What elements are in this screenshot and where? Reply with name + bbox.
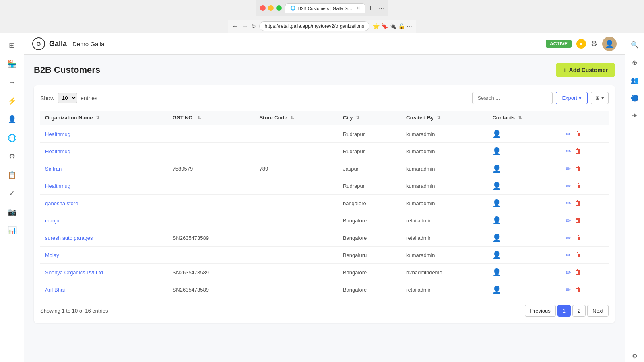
- contact-icon[interactable]: 👤: [492, 286, 501, 294]
- cell-created-by: kumaradmin: [401, 247, 487, 264]
- col-org-name[interactable]: Organization Name ⇅: [40, 111, 168, 125]
- maximize-btn[interactable]: [276, 5, 282, 11]
- edit-icon[interactable]: ✏: [566, 286, 571, 294]
- delete-icon[interactable]: 🗑: [575, 269, 581, 276]
- delete-icon[interactable]: 🗑: [575, 130, 581, 138]
- col-contacts[interactable]: Contacts ⇅: [487, 111, 561, 125]
- org-name-link[interactable]: Sintran: [45, 166, 62, 172]
- reload-btn[interactable]: ↻: [251, 23, 256, 29]
- contact-icon[interactable]: 👤: [492, 182, 501, 190]
- col-created-by[interactable]: Created By ⇅: [401, 111, 487, 125]
- col-city[interactable]: City ⇅: [338, 111, 401, 125]
- edit-icon[interactable]: ✏: [566, 251, 571, 259]
- org-name-link[interactable]: Healthmug: [45, 148, 70, 154]
- contact-icon[interactable]: 👤: [492, 165, 501, 173]
- sidebar-icon-user[interactable]: 👤: [4, 111, 20, 128]
- org-name-link[interactable]: suresh auto garages: [45, 235, 93, 241]
- delete-icon[interactable]: 🗑: [575, 234, 581, 241]
- edit-icon[interactable]: ✏: [566, 165, 571, 173]
- table-row: Soonya Organics Pvt Ltd SN2635473589 Ban…: [40, 264, 609, 281]
- logo-area: G Galla Demo Galla: [32, 37, 104, 50]
- right-settings-icon[interactable]: ⚙: [627, 349, 642, 362]
- back-btn[interactable]: ←: [232, 23, 238, 30]
- topbar-right: ACTIVE ● ⚙ 👤: [546, 37, 617, 51]
- address-bar[interactable]: https://retail.galla.app/mystorev2/organ…: [259, 21, 369, 31]
- edit-icon[interactable]: ✏: [566, 234, 571, 242]
- org-name-link[interactable]: Healthmug: [45, 131, 70, 137]
- delete-icon[interactable]: 🗑: [575, 165, 581, 172]
- right-users-icon[interactable]: 👥: [627, 73, 642, 87]
- sidebar-icon-tasks[interactable]: ✓: [4, 185, 20, 202]
- col-gst[interactable]: GST NO. ⇅: [168, 111, 255, 125]
- sidebar-icon-dashboard[interactable]: ⊞: [4, 37, 20, 53]
- cell-store-code: [254, 247, 338, 264]
- contact-icon[interactable]: 👤: [492, 216, 501, 224]
- edit-icon[interactable]: ✏: [566, 217, 571, 224]
- cell-contacts: 👤: [487, 229, 561, 247]
- previous-button[interactable]: Previous: [525, 305, 556, 317]
- delete-icon[interactable]: 🗑: [575, 200, 581, 207]
- minimize-btn[interactable]: [268, 5, 274, 11]
- next-button[interactable]: Next: [587, 305, 609, 317]
- edit-icon[interactable]: ✏: [566, 130, 571, 138]
- col-store-code[interactable]: Store Code ⇅: [254, 111, 338, 125]
- tab-close-icon[interactable]: ✕: [357, 6, 360, 11]
- page-1-button[interactable]: 1: [557, 305, 571, 317]
- add-customer-button[interactable]: + Add Customer: [556, 63, 615, 77]
- show-label: Show: [40, 95, 54, 101]
- extensions-area: ⭐ 🔖 🔌 🔒 ⋯: [373, 23, 412, 29]
- right-search-icon[interactable]: 🔍: [627, 37, 642, 52]
- table-row: manju Bangalore retailadmin 👤 ✏ 🗑: [40, 212, 609, 229]
- page-2-button[interactable]: 2: [572, 305, 586, 317]
- avatar[interactable]: 👤: [602, 37, 617, 51]
- edit-icon[interactable]: ✏: [566, 269, 571, 276]
- table-body: Healthmug Rudrapur kumaradmin 👤 ✏ 🗑 Heal…: [40, 125, 609, 298]
- contact-icon[interactable]: 👤: [492, 130, 501, 138]
- delete-icon[interactable]: 🗑: [575, 148, 581, 155]
- sidebar-icon-globe[interactable]: 🌐: [4, 130, 20, 146]
- org-name-link[interactable]: manju: [45, 218, 59, 224]
- delete-icon[interactable]: 🗑: [575, 286, 581, 293]
- contact-icon[interactable]: 👤: [492, 147, 501, 155]
- cell-actions: ✏ 🗑: [561, 247, 609, 264]
- org-name-link[interactable]: Arif Bhai: [45, 287, 65, 293]
- org-name-link[interactable]: Molay: [45, 252, 59, 258]
- delete-icon[interactable]: 🗑: [575, 251, 581, 259]
- entries-select[interactable]: 10 25 50: [58, 93, 77, 103]
- cell-city: Rudrapur: [338, 125, 401, 143]
- right-circle-icon[interactable]: 🔵: [627, 90, 642, 105]
- sidebar-icon-camera[interactable]: 📷: [4, 204, 20, 220]
- edit-icon[interactable]: ✏: [566, 200, 571, 207]
- delete-icon[interactable]: 🗑: [575, 182, 581, 189]
- sidebar-icon-arrow[interactable]: →: [4, 74, 20, 90]
- sidebar-icon-lightning[interactable]: ⚡: [4, 93, 20, 109]
- new-tab-button[interactable]: +: [365, 2, 376, 14]
- edit-icon[interactable]: ✏: [566, 182, 571, 190]
- close-btn[interactable]: [260, 5, 266, 11]
- org-name-link[interactable]: Healthmug: [45, 183, 70, 189]
- sidebar-icon-store[interactable]: 🏪: [4, 56, 20, 72]
- right-add-icon[interactable]: ⊕: [627, 55, 642, 70]
- cell-created-by: kumaradmin: [401, 143, 487, 160]
- contact-icon[interactable]: 👤: [492, 268, 501, 276]
- export-button[interactable]: Export ▾: [556, 92, 588, 104]
- contact-icon[interactable]: 👤: [492, 199, 501, 207]
- settings-icon[interactable]: ⚙: [591, 39, 597, 48]
- view-toggle-button[interactable]: ⊞ ▾: [591, 92, 609, 104]
- browser-tab[interactable]: 🌐 B2B Customers | Galla GST - Inv... ✕: [285, 3, 365, 13]
- brand-name: Galla: [49, 40, 67, 48]
- sidebar-icon-reports[interactable]: 📋: [4, 167, 20, 183]
- sidebar-icon-settings[interactable]: ⚙: [4, 148, 20, 165]
- sort-icon: ⇅: [96, 115, 99, 120]
- forward-btn[interactable]: →: [242, 23, 248, 30]
- sidebar-icon-analytics[interactable]: 📊: [4, 222, 20, 239]
- edit-icon[interactable]: ✏: [566, 148, 571, 155]
- delete-icon[interactable]: 🗑: [575, 217, 581, 224]
- browser-menu-btn[interactable]: ⋯: [379, 5, 384, 11]
- contact-icon[interactable]: 👤: [492, 234, 501, 242]
- contact-icon[interactable]: 👤: [492, 251, 501, 259]
- right-plane-icon[interactable]: ✈: [627, 108, 642, 123]
- org-name-link[interactable]: Soonya Organics Pvt Ltd: [45, 269, 103, 276]
- search-input[interactable]: [472, 92, 553, 104]
- org-name-link[interactable]: ganesha store: [45, 200, 78, 206]
